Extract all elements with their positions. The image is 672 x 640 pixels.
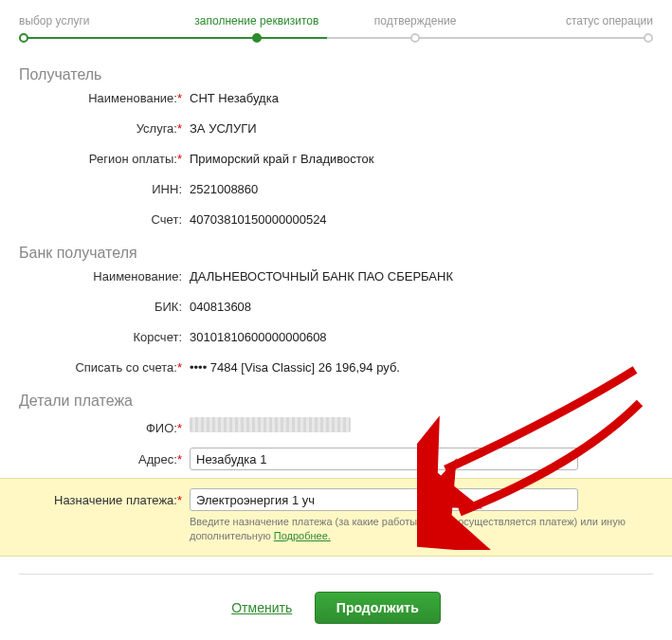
value-name: СНТ Незабудка	[190, 91, 653, 105]
step-label: выбор услуги	[19, 14, 90, 27]
row-service: Услуга:* ЗА УСЛУГИ	[19, 121, 653, 144]
label-inn: ИНН:	[152, 182, 182, 196]
row-recipient-name: Наименование:* СНТ Незабудка	[19, 91, 653, 114]
progress-stepper: выбор услуги заполнение реквизитов подтв…	[19, 14, 653, 52]
row-fio: ФИО:*	[19, 417, 653, 440]
label-name: Наименование:	[88, 91, 177, 105]
step-label: заполнение реквизитов	[194, 14, 318, 27]
value-inn: 2521008860	[190, 182, 653, 196]
step-label: статус операции	[566, 14, 653, 27]
label-from-account: Списать со счета:	[75, 360, 177, 375]
row-account: Счет: 40703810150000000524	[19, 212, 653, 235]
row-bank-name: Наименование: ДАЛЬНЕВОСТОЧНЫЙ БАНК ПАО С…	[19, 269, 653, 292]
value-corr: 30101810600000000608	[190, 330, 653, 344]
label-service: Услуга:	[136, 121, 177, 136]
row-from-account: Списать со счета:* •••• 7484 [Visa Class…	[19, 360, 653, 383]
purpose-input[interactable]	[190, 488, 578, 511]
value-service: ЗА УСЛУГИ	[190, 121, 653, 136]
value-region: Приморский край г Владивосток	[190, 152, 653, 166]
value-account: 40703810150000000524	[190, 212, 653, 227]
label-address: Адрес:	[138, 452, 177, 466]
address-input[interactable]	[190, 448, 578, 470]
row-corr: Корсчет: 30101810600000000608	[19, 330, 653, 353]
row-inn: ИНН: 2521008860	[19, 182, 653, 205]
label-account: Счет:	[152, 212, 182, 227]
section-recipient-title: Получатель	[19, 66, 653, 83]
hint-text: Введите назначение платежа (за какие раб…	[190, 516, 626, 541]
cancel-link[interactable]: Отменить	[231, 600, 292, 615]
label-bank-name: Наименование:	[93, 269, 182, 283]
value-bik: 040813608	[190, 300, 653, 314]
action-bar: Отменить Продолжить	[19, 592, 653, 624]
label-fio: ФИО:	[146, 421, 177, 435]
purpose-hint: Введите назначение платежа (за какие раб…	[190, 515, 653, 544]
submit-button[interactable]: Продолжить	[315, 592, 441, 624]
section-bank-title: Банк получателя	[19, 245, 653, 262]
step-label: подтверждение	[374, 14, 457, 27]
value-fio-redacted	[190, 417, 351, 432]
hint-more-link[interactable]: Подробнее.	[274, 530, 331, 541]
row-bik: БИК: 040813608	[19, 300, 653, 322]
label-corr: Корсчет:	[133, 330, 182, 344]
label-bik: БИК:	[154, 300, 182, 314]
step-status: статус операции	[495, 14, 653, 43]
step-details: заполнение реквизитов	[177, 14, 336, 43]
section-details-title: Детали платежа	[19, 393, 653, 410]
value-bank-name: ДАЛЬНЕВОСТОЧНЫЙ БАНК ПАО СБЕРБАНК	[190, 269, 653, 283]
separator	[19, 574, 653, 575]
step-confirm: подтверждение	[336, 14, 495, 43]
label-purpose: Назначение платежа:	[54, 493, 177, 507]
row-address: Адрес:*	[19, 448, 653, 470]
step-service: выбор услуги	[19, 14, 177, 43]
purpose-highlight: Назначение платежа:* Введите назначение …	[0, 478, 672, 557]
label-region: Регион оплаты:	[89, 152, 177, 166]
row-purpose: Назначение платежа:* Введите назначение …	[19, 488, 653, 544]
row-region: Регион оплаты:* Приморский край г Владив…	[19, 152, 653, 174]
value-from-account: •••• 7484 [Visa Classic] 26 196,94 руб.	[190, 360, 653, 375]
